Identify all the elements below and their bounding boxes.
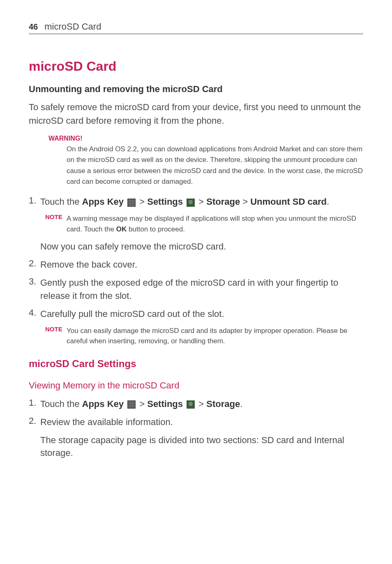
gt1: > (137, 399, 147, 409)
step-content: Touch the Apps Key > Settings > Storage. (40, 398, 242, 411)
note1-text-a: A warning message may be displayed if ap… (67, 215, 356, 233)
step-number: 3. (29, 276, 40, 303)
step-content: Touch the Apps Key > Settings > Storage … (40, 195, 329, 208)
gt3: > (240, 196, 250, 207)
s2-continuation: The storage capacity page is divided int… (40, 434, 363, 460)
apps-key-icon (127, 199, 136, 207)
settings-icon (187, 400, 195, 409)
s2-step1-prefix: Touch the (40, 399, 82, 409)
page-header: 46 microSD Card (29, 21, 363, 34)
warning-label: WARNING! (48, 135, 363, 142)
period: . (327, 196, 329, 207)
unmount-label: Unmount SD card (250, 196, 327, 207)
page-number: 46 (29, 22, 38, 32)
header-title: microSD Card (44, 21, 101, 32)
storage-label: Storage (206, 399, 240, 409)
step-2: 2. Remove the back cover. (29, 258, 363, 271)
note1-text-b: button to proceed. (127, 225, 185, 233)
step-number: 1. (29, 195, 40, 208)
step-content: Gently push the exposed edge of the micr… (40, 276, 363, 303)
step1-prefix: Touch the (40, 196, 82, 207)
step-number: 2. (29, 416, 40, 429)
step-content: Remove the back cover. (40, 258, 137, 271)
unmount-subtitle: Unmounting and removing the microSD Card (29, 84, 363, 95)
warning-block: WARNING! On the Android OS 2.2, you can … (48, 135, 363, 187)
apps-key-icon (127, 400, 136, 409)
intro-paragraph: To safely remove the microSD card from y… (29, 100, 363, 127)
step-3: 3. Gently push the exposed edge of the m… (29, 276, 363, 303)
step-number: 1. (29, 398, 40, 411)
main-title: microSD Card (29, 59, 363, 74)
storage-label: Storage (206, 196, 240, 207)
gt2: > (196, 399, 206, 409)
step1-continuation: Now you can safely remove the microSD ca… (40, 240, 363, 253)
step-content: Review the available information. (40, 416, 173, 429)
warning-text: On the Android OS 2.2, you can download … (67, 144, 363, 187)
viewing-memory-title: Viewing Memory in the microSD Card (29, 380, 363, 391)
note-1: NOTE A warning message may be displayed … (45, 213, 363, 234)
settings-section-title: microSD Card Settings (29, 358, 363, 370)
gt1: > (137, 196, 147, 207)
s2-step-2: 2. Review the available information. (29, 416, 363, 429)
settings-icon (187, 199, 195, 207)
note-text: You can easily damage the microSD card a… (67, 326, 363, 347)
settings-label: Settings (147, 399, 183, 409)
step-number: 4. (29, 307, 40, 321)
apps-key-label: Apps Key (82, 399, 124, 409)
step-1: 1. Touch the Apps Key > Settings > Stora… (29, 195, 363, 208)
note-label: NOTE (45, 326, 67, 347)
apps-key-label: Apps Key (82, 196, 124, 207)
period: . (240, 399, 242, 409)
note-label: NOTE (45, 213, 67, 234)
s2-step-1: 1. Touch the Apps Key > Settings > Stora… (29, 398, 363, 411)
gt2: > (196, 196, 206, 207)
step-content: Carefully pull the microSD card out of t… (40, 307, 224, 321)
step-number: 2. (29, 258, 40, 271)
note-2: NOTE You can easily damage the microSD c… (45, 326, 363, 347)
settings-label: Settings (147, 196, 183, 207)
note-text: A warning message may be displayed if ap… (67, 213, 363, 234)
ok-label: OK (116, 225, 127, 233)
step-4: 4. Carefully pull the microSD card out o… (29, 307, 363, 321)
